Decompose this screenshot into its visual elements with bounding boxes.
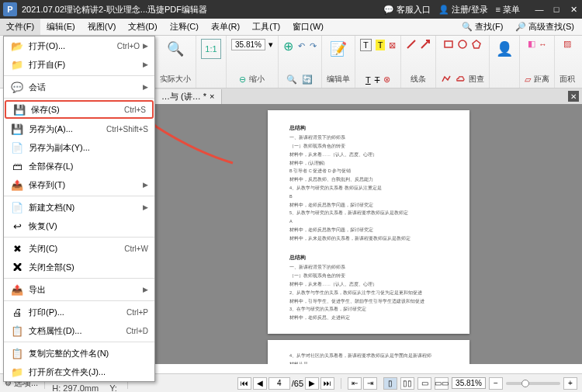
zoom-in-icon[interactable]: ⊕ bbox=[283, 39, 293, 54]
filemenu-saveall[interactable]: 🗃全部保存(L) bbox=[4, 157, 154, 175]
actual-size-icon[interactable]: 🔍 bbox=[165, 39, 185, 59]
rotate-left-icon[interactable]: ↶ bbox=[298, 41, 305, 51]
filemenu-openfrom[interactable]: 📁打开自(F)▶ bbox=[4, 55, 154, 74]
filemenu-new[interactable]: 📄新建文档(N)▶ bbox=[4, 198, 154, 217]
filemenu-props[interactable]: 📋文档属性(D)...Ctrl+D bbox=[4, 321, 154, 340]
copyname-icon: 📋 bbox=[10, 347, 24, 359]
window-title: 2021.07.02理论精讲2-职业理念...迅捷PDF编辑器 bbox=[22, 4, 383, 16]
circle-icon[interactable] bbox=[457, 39, 468, 50]
minimize-button[interactable]: — bbox=[534, 4, 545, 15]
zoom-value[interactable]: 35.81% bbox=[231, 39, 265, 50]
page-preview: 总结构 一、新课程背景下的师师系 （一）教师观系角色的转变 材料中，从来看……（… bbox=[268, 110, 469, 334]
tabstrip-close-icon[interactable]: ✕ bbox=[568, 91, 579, 102]
perimeter-icon[interactable]: ▱ bbox=[525, 75, 531, 85]
menu-document[interactable]: 文档(D) bbox=[122, 19, 163, 35]
svg-line-0 bbox=[407, 40, 415, 48]
menu-form[interactable]: 表单(R) bbox=[205, 19, 246, 35]
saveall-icon: 🗃 bbox=[10, 160, 24, 172]
highlight-icon[interactable]: T bbox=[376, 40, 386, 50]
text-tool-icon[interactable]: T bbox=[360, 39, 372, 51]
filemenu-copyname[interactable]: 📋复制完整的文件名(N) bbox=[4, 344, 154, 363]
filemenu-session[interactable]: 💬会话▶ bbox=[4, 78, 154, 96]
rect-icon[interactable] bbox=[443, 39, 454, 50]
stamp-icon[interactable]: 👤 bbox=[494, 39, 514, 59]
file-menu-dropdown: 📂打开(O)...Ctrl+O▶📁打开自(F)▶💬会话▶💾保存(S)Ctrl+S… bbox=[3, 36, 155, 382]
main-menu[interactable]: ≡菜单 bbox=[496, 4, 520, 16]
maximize-button[interactable]: □ bbox=[551, 4, 562, 15]
menu-tools[interactable]: 工具(T) bbox=[246, 19, 286, 35]
underline-icon[interactable]: T bbox=[365, 75, 371, 85]
rotate-right-icon[interactable]: ↷ bbox=[310, 41, 317, 51]
distance-icon[interactable]: ↔ bbox=[539, 40, 547, 49]
closeall-icon: 🗙 bbox=[10, 261, 24, 273]
page-preview: 4、从学对社区的关系看看，新课程要求教师应从是学面向是新课程师 材料从是 bbox=[268, 340, 469, 364]
menu-file[interactable]: 文件(F) bbox=[0, 19, 40, 35]
cloud-icon[interactable] bbox=[455, 74, 466, 85]
zoom-slider[interactable] bbox=[506, 382, 560, 385]
filemenu-save[interactable]: 💾保存(S)Ctrl+S bbox=[5, 100, 154, 119]
submenu-arrow-icon: ▶ bbox=[143, 203, 148, 211]
layout-contfacing-icon[interactable]: ▭▭ bbox=[435, 377, 449, 390]
document-tab[interactable]: …与 (讲… *× bbox=[155, 89, 222, 104]
props-icon: 📋 bbox=[10, 324, 24, 337]
area-icon[interactable]: ▨ bbox=[563, 39, 571, 49]
nav-back-button[interactable]: ⇤ bbox=[348, 377, 362, 390]
zoom-in-button[interactable]: + bbox=[563, 377, 577, 390]
filemenu-close[interactable]: ✖关闭(C)Ctrl+W bbox=[4, 239, 154, 258]
filemenu-closeall[interactable]: 🗙关闭全部(S) bbox=[4, 258, 154, 276]
filemenu-saveas[interactable]: 💾另存为(A)...Ctrl+Shift+S bbox=[4, 120, 154, 138]
page-total: /65 bbox=[292, 379, 303, 388]
strikethrough-icon[interactable]: T bbox=[375, 75, 380, 85]
restore-icon: ↩ bbox=[10, 220, 24, 232]
menu-edit[interactable]: 编辑(E) bbox=[40, 19, 81, 35]
filemenu-print[interactable]: 🖨打印(P)...Ctrl+P bbox=[4, 303, 154, 321]
document-viewport[interactable]: 总结构 一、新课程背景下的师师系 （一）教师观系角色的转变 材料中，从来看……（… bbox=[155, 104, 582, 364]
filemenu-saveto[interactable]: 📤保存到(T)▶ bbox=[4, 175, 154, 194]
zoom-dropdown-icon[interactable]: ▾ bbox=[268, 40, 273, 50]
tab-close-icon[interactable]: × bbox=[210, 92, 214, 101]
edit-content-icon[interactable]: 📝 bbox=[328, 39, 348, 59]
filemenu-open[interactable]: 📂打开(O)...Ctrl+O▶ bbox=[4, 36, 154, 55]
menu-comment[interactable]: 注释(C) bbox=[164, 19, 205, 35]
app-logo: P bbox=[3, 2, 17, 16]
submenu-arrow-icon: ▶ bbox=[143, 181, 148, 189]
prev-page-button[interactable]: ◀ bbox=[253, 377, 267, 390]
line-icon[interactable] bbox=[406, 39, 417, 50]
layout-single-icon[interactable]: ▯ bbox=[383, 377, 397, 390]
loupe-icon[interactable]: 🔍 bbox=[286, 75, 297, 85]
eraser-icon[interactable]: ◧ bbox=[528, 39, 535, 49]
fit-icon[interactable]: 1:1 bbox=[201, 39, 221, 59]
menu-view[interactable]: 视图(V) bbox=[81, 19, 123, 35]
submenu-arrow-icon: ▶ bbox=[143, 61, 148, 68]
cross-icon[interactable]: ⊠ bbox=[389, 40, 396, 50]
login-link[interactable]: 👤注册/登录 bbox=[438, 4, 488, 16]
first-page-button[interactable]: ⏮ bbox=[237, 377, 251, 390]
menu-window[interactable]: 窗口(W) bbox=[286, 19, 330, 35]
page-rotate-icon[interactable]: 🔄 bbox=[302, 75, 313, 85]
find-button[interactable]: 🔍查找(F) bbox=[459, 19, 506, 34]
svg-rect-2 bbox=[445, 41, 452, 47]
filemenu-export[interactable]: 📤导出▶ bbox=[4, 280, 154, 299]
new-icon: 📄 bbox=[10, 201, 24, 213]
layout-facing-icon[interactable]: ▭ bbox=[417, 377, 431, 390]
adv-find-button[interactable]: 🔎高级查找(S) bbox=[512, 19, 577, 34]
close-button[interactable]: ✕ bbox=[568, 4, 579, 15]
polygon-icon[interactable] bbox=[471, 39, 482, 50]
layout-cont-icon[interactable]: ▯▯ bbox=[400, 377, 414, 390]
next-page-button[interactable]: ▶ bbox=[305, 377, 319, 390]
last-page-button[interactable]: ⏭ bbox=[320, 377, 334, 390]
filemenu-savecopy[interactable]: 📄另存为副本(Y)... bbox=[4, 138, 154, 157]
filemenu-restore[interactable]: ↩恢复(V) bbox=[4, 217, 154, 235]
check-icon[interactable]: ⊗ bbox=[383, 75, 390, 85]
page-input[interactable] bbox=[268, 377, 290, 390]
arrow-icon[interactable] bbox=[420, 39, 431, 50]
zoom-out-icon[interactable]: ⊖ bbox=[239, 75, 246, 85]
nav-fwd-button[interactable]: ⇥ bbox=[363, 377, 377, 390]
polyline-icon[interactable] bbox=[441, 74, 452, 85]
support-link[interactable]: 💬客服入口 bbox=[383, 4, 431, 16]
zoom-status[interactable]: 35.81% bbox=[452, 377, 486, 389]
zoom-out-button[interactable]: − bbox=[489, 377, 503, 390]
actual-size-label: 实际大小 bbox=[160, 74, 191, 85]
export-icon: 📤 bbox=[10, 283, 24, 296]
filemenu-openall[interactable]: 📁打开所在文件夹(J)... bbox=[4, 363, 154, 381]
